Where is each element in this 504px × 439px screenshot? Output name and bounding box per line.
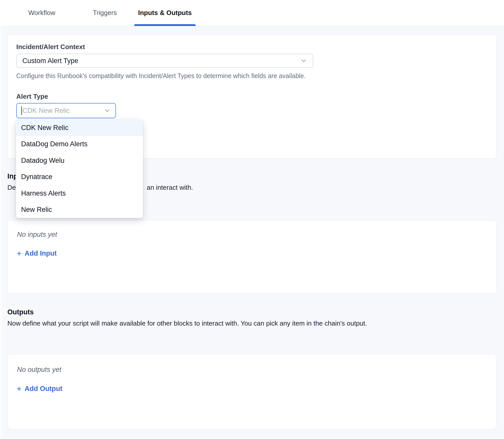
outputs-section-heading: Outputs (7, 308, 34, 316)
add-output-button[interactable]: + Add Output (17, 384, 62, 393)
inputs-empty-text: No inputs yet (17, 231, 57, 239)
plus-icon: + (17, 384, 22, 393)
dropdown-option-label: New Relic (21, 206, 52, 214)
dropdown-option[interactable]: Datadog Welu (16, 152, 143, 169)
chevron-down-icon (300, 57, 307, 64)
alert-type-dropdown-menu: CDK New Relic DataDog Demo Alerts Datado… (16, 120, 143, 218)
dropdown-option-label: DataDog Demo Alerts (21, 140, 87, 148)
dropdown-option-label: Dynatrace (21, 173, 52, 181)
alert-type-label: Alert Type (16, 93, 48, 100)
inputs-section-description-right: an interact with. (147, 184, 193, 192)
left-page-edge (0, 26, 2, 439)
context-help-text: Configure this Runbook's compatibility w… (16, 72, 306, 80)
text-caret (21, 106, 22, 115)
active-tab-underline (134, 24, 196, 26)
plus-icon: + (17, 249, 22, 258)
add-output-label: Add Output (25, 385, 62, 393)
dropdown-option-label: Harness Alerts (21, 189, 66, 197)
alert-type-combobox[interactable]: CDK New Relic (16, 103, 116, 118)
tab-inputs-outputs-label: Inputs & Outputs (138, 9, 192, 17)
tab-triggers-label: Triggers (93, 9, 117, 17)
tab-bar: Workflow Triggers Inputs & Outputs (0, 0, 504, 26)
add-input-button[interactable]: + Add Input (17, 249, 57, 258)
incident-alert-context-select[interactable]: Custom Alert Type (16, 54, 313, 68)
outputs-empty-text: No outputs yet (17, 366, 61, 374)
tab-triggers[interactable]: Triggers (93, 0, 117, 25)
dropdown-option[interactable]: DataDog Demo Alerts (16, 136, 143, 153)
chevron-down-icon (104, 107, 111, 114)
dropdown-option[interactable]: Harness Alerts (16, 185, 143, 202)
tab-inputs-outputs[interactable]: Inputs & Outputs (138, 0, 192, 25)
tab-workflow[interactable]: Workflow (28, 0, 55, 25)
dropdown-option[interactable]: CDK New Relic (16, 120, 143, 136)
dropdown-option-label: Datadog Welu (21, 157, 65, 165)
incident-alert-context-label: Incident/Alert Context (16, 43, 85, 51)
tab-workflow-label: Workflow (28, 9, 55, 17)
inputs-section-description-left: De (7, 184, 16, 192)
outputs-card: No outputs yet + Add Output (8, 354, 496, 429)
dropdown-option[interactable]: New Relic (16, 202, 143, 218)
dropdown-option[interactable]: Dynatrace (16, 169, 143, 185)
dropdown-option-label: CDK New Relic (21, 124, 68, 132)
inputs-card: No inputs yet + Add Input (8, 220, 496, 294)
outputs-section-description: Now define what your script will make av… (7, 319, 367, 327)
add-input-label: Add Input (25, 250, 57, 257)
incident-alert-context-value: Custom Alert Type (22, 57, 78, 65)
alert-type-placeholder: CDK New Relic (22, 107, 104, 115)
bottom-bar (0, 438, 504, 439)
